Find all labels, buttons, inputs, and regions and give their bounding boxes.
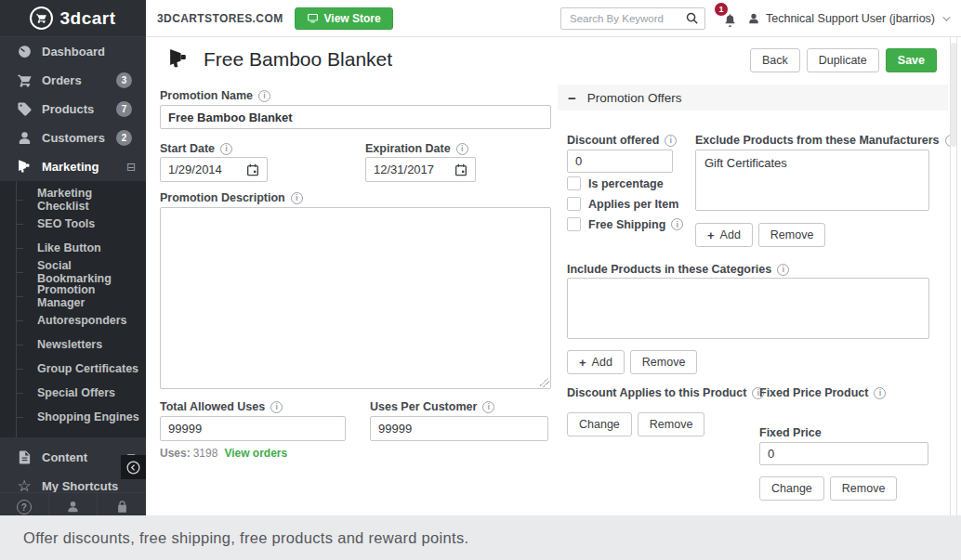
include-categories-label: Include Products in these Categories i (567, 263, 789, 276)
info-icon[interactable]: i (482, 401, 494, 413)
promotion-name-input[interactable] (160, 105, 551, 129)
remove-discount-product-button[interactable]: Remove (638, 412, 705, 436)
arrow-left-circle-icon (125, 460, 141, 475)
document-icon (16, 449, 33, 466)
sidebar-item-promotion-manager[interactable]: Promotion Manager (0, 284, 146, 308)
promotion-description-textarea[interactable] (160, 207, 551, 389)
collapse-panel-icon[interactable]: − (568, 91, 576, 105)
store-domain-link[interactable]: 3DCARTSTORES.COM (157, 12, 283, 25)
info-icon[interactable]: i (291, 192, 303, 204)
lock-icon (115, 500, 129, 514)
total-allowed-uses-label: Total Allowed Uses i (160, 400, 283, 413)
sidebar-item-autoresponders[interactable]: Autoresponders (0, 308, 146, 332)
help-icon: ? (17, 500, 32, 514)
page-actions: Back Duplicate Save (750, 48, 937, 72)
user-name: Technical Support User (jbarrios) (766, 12, 935, 25)
is-percentage-checkbox[interactable]: Is percentage (567, 176, 664, 190)
add-category-button[interactable]: +Add (567, 350, 625, 374)
promotion-offers-header: − Promotion Offers (558, 85, 948, 111)
megaphone-icon (16, 159, 33, 176)
add-manufacturer-button[interactable]: +Add (695, 223, 753, 247)
view-store-button[interactable]: View Store (295, 7, 393, 30)
view-orders-link[interactable]: View orders (224, 447, 287, 460)
calendar-icon[interactable] (454, 163, 468, 177)
info-icon[interactable]: i (777, 264, 789, 276)
free-shipping-checkbox[interactable]: Free Shippingi (567, 217, 683, 231)
total-allowed-uses-input[interactable] (160, 416, 346, 441)
scrollbar-thumb[interactable] (951, 43, 956, 147)
sidebar-item-customers[interactable]: Customers 2 (0, 124, 146, 152)
sidebar-item-seo-tools[interactable]: SEO Tools (0, 212, 146, 236)
main-content: Free Bamboo Blanket Back Duplicate Save … (146, 37, 961, 515)
include-categories-list[interactable] (567, 278, 929, 339)
page-title: Free Bamboo Blanket (204, 48, 392, 71)
sidebar-item-marketing-checklist[interactable]: Marketing Checklist (0, 188, 146, 212)
info-icon[interactable]: i (874, 387, 886, 399)
sidebar-item-label: Marketing (42, 160, 99, 174)
orders-count-badge: 3 (116, 72, 132, 88)
footer-hint-bar: Offer discounts, free shipping, free pro… (0, 515, 961, 560)
info-icon[interactable]: i (671, 218, 683, 230)
account-button[interactable] (49, 493, 99, 515)
expiration-date-input[interactable] (366, 163, 454, 176)
marketing-submenu: Marketing Checklist SEO Tools Like Butto… (0, 181, 146, 437)
sidebar-item-newsletters[interactable]: Newsletters (0, 332, 146, 357)
sidebar-item-group-certificates[interactable]: Group Certificates (0, 357, 146, 381)
help-button[interactable]: ? (0, 493, 49, 515)
info-icon[interactable]: i (220, 143, 232, 155)
remove-category-button[interactable]: Remove (630, 350, 698, 374)
search-input[interactable] (560, 7, 705, 30)
user-menu[interactable]: Technical Support User (jbarrios) (747, 12, 948, 25)
brand-logo[interactable]: 3dcart (0, 0, 146, 37)
topbar: 3DCARTSTORES.COM View Store 1 Technical … (146, 0, 961, 37)
sidebar-utility-row: ? (0, 492, 146, 515)
collapse-section-icon[interactable]: ⊟ (126, 162, 136, 173)
duplicate-button[interactable]: Duplicate (807, 48, 879, 72)
sidebar-item-like-button[interactable]: Like Button (0, 236, 146, 260)
save-button[interactable]: Save (886, 48, 937, 72)
discount-offered-input[interactable] (567, 150, 673, 173)
sidebar: 3dcart Dashboard Orders 3 Products 7 (0, 0, 146, 515)
info-icon[interactable]: i (456, 143, 468, 155)
sidebar-item-marketing[interactable]: Marketing ⊟ (0, 152, 146, 181)
sidebar-item-social-bookmarking[interactable]: Social Bookmarking (0, 260, 146, 284)
sidebar-item-products[interactable]: Products 7 (0, 95, 146, 124)
info-icon[interactable]: i (665, 135, 677, 147)
monitor-icon (307, 12, 319, 24)
fixed-price-input[interactable] (759, 442, 928, 465)
exclude-manufacturers-actions: +Add Remove (695, 223, 825, 247)
remove-fixed-product-button[interactable]: Remove (830, 476, 898, 501)
start-date-input[interactable] (161, 163, 245, 176)
info-icon[interactable]: i (270, 401, 283, 413)
scrollbar[interactable] (950, 37, 957, 515)
uses-per-customer-input[interactable] (370, 416, 548, 441)
applies-per-item-checkbox[interactable]: Applies per Item (567, 197, 678, 211)
products-count-badge: 7 (116, 101, 132, 117)
lock-button[interactable] (98, 493, 146, 515)
resize-handle[interactable] (540, 378, 549, 387)
checkbox-icon (567, 217, 581, 231)
sidebar-item-shopping-engines[interactable]: Shopping Engines (0, 405, 146, 429)
uses-note: Uses:3198View orders (160, 447, 287, 460)
start-date-label: Start Date i (160, 142, 232, 155)
plus-icon: + (579, 356, 586, 370)
exclude-manufacturers-list[interactable]: Gift Certificates (695, 150, 929, 211)
calendar-icon[interactable] (245, 163, 260, 177)
change-discount-product-button[interactable]: Change (567, 412, 632, 436)
promotion-offers-title: Promotion Offers (587, 91, 682, 105)
sidebar-item-label: Products (42, 102, 94, 116)
info-icon[interactable]: i (258, 90, 270, 102)
back-button[interactable]: Back (750, 48, 800, 72)
sidebar-item-special-offers[interactable]: Special Offers (0, 381, 146, 405)
sidebar-collapse-button[interactable] (121, 455, 146, 479)
expiration-date-field (365, 157, 476, 182)
sidebar-item-orders[interactable]: Orders 3 (0, 66, 146, 95)
notifications-button[interactable]: 1 (722, 8, 738, 29)
sidebar-item-label: Orders (42, 73, 82, 87)
discount-product-actions: Change Remove (567, 412, 704, 436)
sidebar-item-dashboard[interactable]: Dashboard (0, 37, 146, 66)
change-fixed-product-button[interactable]: Change (759, 476, 824, 501)
search-icon[interactable] (685, 11, 699, 25)
remove-manufacturer-button[interactable]: Remove (758, 223, 826, 247)
dashboard-icon (16, 44, 33, 60)
